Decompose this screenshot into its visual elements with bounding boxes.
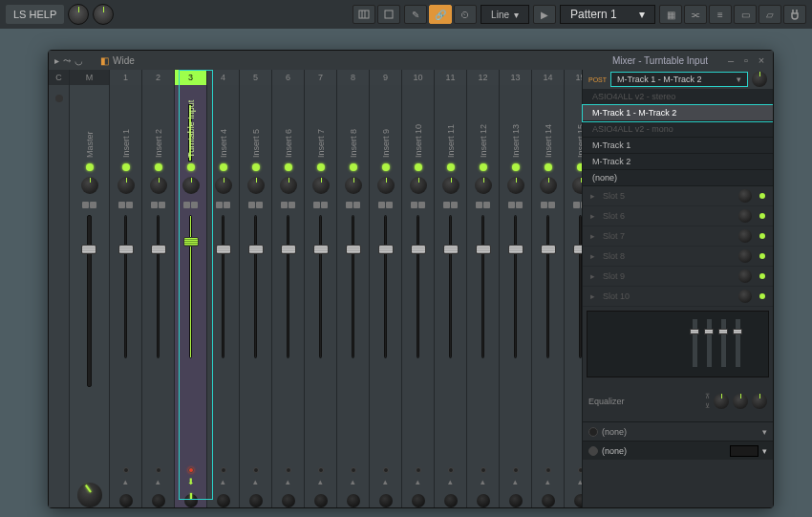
fader[interactable]: [87, 215, 92, 473]
insert-strip[interactable]: Insert 2▴: [142, 85, 175, 507]
eq-mid-knob[interactable]: [733, 394, 748, 409]
link-tool[interactable]: 🔗: [429, 5, 452, 24]
dropdown-item[interactable]: ASIO4ALL v2 - stereo: [583, 89, 773, 105]
fx-slot[interactable]: ▸Slot 9: [583, 267, 773, 287]
insert-strip[interactable]: Insert 14▴: [532, 85, 565, 507]
eq-section: Equalizer ⊼⊻: [583, 381, 773, 421]
fx-slot[interactable]: ▸Slot 7: [583, 226, 773, 247]
play-button[interactable]: ▶: [533, 5, 556, 24]
view-mode[interactable]: Wide: [113, 55, 135, 66]
input-dropdown: ASIO4ALL v2 - stereo M-Track 1 - M-Track…: [583, 89, 773, 186]
insert-strip[interactable]: Insert 8▴: [337, 85, 370, 507]
dropdown-item[interactable]: M-Track 2: [583, 154, 773, 170]
pattern-select[interactable]: Pattern 1 ▾: [560, 5, 655, 24]
top-toolbar: LS HELP ✎ 🔗 ⏲ Line ▾ ▶ Pattern 1 ▾ ▦ ⫘ ≡…: [0, 0, 812, 29]
tempo-button[interactable]: ▱: [759, 5, 781, 24]
input-select-row[interactable]: POST M-Track 1 - M-Track 2▾: [583, 70, 773, 89]
channel-rack-button[interactable]: [377, 5, 400, 24]
channel-strips: Master Insert 1▴ Insert 2▴ Turntable Inp…: [49, 85, 582, 507]
output-row[interactable]: (none) ▾: [583, 421, 773, 441]
channel-area: C M 1 2 3 4 5 6 7 8 9 10 11 12 13 14 15: [49, 70, 582, 507]
mixer-menu-icon[interactable]: ▸: [54, 55, 59, 66]
current-strip[interactable]: [49, 85, 70, 507]
mixer-wave-icon[interactable]: ◡: [75, 55, 83, 66]
eq-high-knob[interactable]: [752, 394, 767, 409]
input-selector[interactable]: M-Track 1 - M-Track 2▾: [610, 72, 748, 87]
master-volume-knob[interactable]: [68, 4, 89, 25]
browser-button[interactable]: ▭: [734, 5, 757, 24]
insert-strip[interactable]: Insert 15▴: [565, 85, 582, 507]
insert-strip[interactable]: Insert 6▴: [272, 85, 305, 507]
dropdown-item[interactable]: M-Track 1: [583, 138, 773, 154]
mixer-title-bar: ▸ ⤳ ◡ ◧ Wide Mixer - Turntable Input – ▫…: [49, 51, 773, 70]
fx-slot[interactable]: ▸Slot 10: [583, 287, 773, 307]
insert-strip[interactable]: Insert 5▴: [240, 85, 272, 507]
mixer-window: ▸ ⤳ ◡ ◧ Wide Mixer - Turntable Input – ▫…: [48, 50, 774, 508]
metronome-button[interactable]: ⏲: [454, 5, 477, 24]
dropdown-item[interactable]: ASIO4ALL v2 - mono: [583, 121, 773, 138]
fx-panel: POST M-Track 1 - M-Track 2▾ ASIO4ALL v2 …: [582, 70, 773, 507]
insert-strip[interactable]: Insert 1▴: [110, 85, 142, 507]
post-icon[interactable]: POST: [588, 76, 607, 83]
master-header[interactable]: M: [70, 70, 110, 85]
insert-strip[interactable]: Insert 13▴: [500, 85, 532, 507]
view-toggle-icon[interactable]: ◧: [100, 55, 109, 66]
step-button[interactable]: ⫘: [684, 5, 707, 24]
svg-rect-0: [359, 11, 369, 18]
mixer-title: Mixer - Turntable Input: [612, 55, 708, 66]
eq-low-knob[interactable]: [714, 394, 729, 409]
pencil-tool[interactable]: ✎: [404, 5, 427, 24]
help-menu[interactable]: LS HELP: [6, 5, 64, 24]
fx-slot[interactable]: ▸Slot 8: [583, 247, 773, 267]
current-marker[interactable]: C: [49, 70, 70, 85]
insert-strip[interactable]: Insert 12▴: [467, 85, 500, 507]
insert-strip[interactable]: Insert 11▴: [435, 85, 467, 507]
master-strip[interactable]: Master: [70, 85, 110, 507]
mixer-route-icon[interactable]: ⤳: [63, 55, 71, 66]
master-send-knob[interactable]: [77, 483, 102, 507]
insert-strip[interactable]: Insert 4▴: [207, 85, 240, 507]
output-row[interactable]: (none) ▾: [583, 441, 773, 460]
fx-slots: ▸Slot 5 ▸Slot 6 ▸Slot 7 ▸Slot 8 ▸Slot 9 …: [583, 186, 773, 307]
fx-slot[interactable]: ▸Slot 6: [583, 206, 773, 226]
insert-strip-selected[interactable]: Turntable Input⬇: [175, 85, 207, 507]
close-button[interactable]: ×: [756, 54, 767, 66]
master-pitch-knob[interactable]: [93, 4, 114, 25]
minimize-button[interactable]: –: [725, 54, 737, 66]
output-meter: [730, 445, 759, 457]
fx-slot[interactable]: ▸Slot 5: [583, 186, 773, 206]
mixer-button[interactable]: ≡: [709, 5, 732, 24]
input-gain-knob[interactable]: [752, 72, 767, 87]
snap-select[interactable]: Line ▾: [481, 5, 529, 24]
maximize-button[interactable]: ▫: [740, 54, 752, 66]
dropdown-item[interactable]: (none): [583, 170, 773, 186]
playlist-button[interactable]: ▦: [659, 5, 682, 24]
svg-rect-3: [385, 11, 393, 18]
parametric-display[interactable]: [587, 311, 769, 377]
pan-knob[interactable]: [81, 177, 98, 194]
insert-strip[interactable]: Insert 10▴: [402, 85, 435, 507]
insert-strip[interactable]: Insert 7▴: [305, 85, 337, 507]
channel-header: C M 1 2 3 4 5 6 7 8 9 10 11 12 13 14 15: [49, 70, 582, 85]
eq-label: Equalizer: [588, 397, 625, 406]
dropdown-item[interactable]: M-Track 1 - M-Track 2: [583, 105, 773, 121]
plugin-button[interactable]: [783, 5, 806, 24]
piano-roll-button[interactable]: [353, 5, 375, 24]
insert-strip[interactable]: Insert 9▴: [370, 85, 402, 507]
